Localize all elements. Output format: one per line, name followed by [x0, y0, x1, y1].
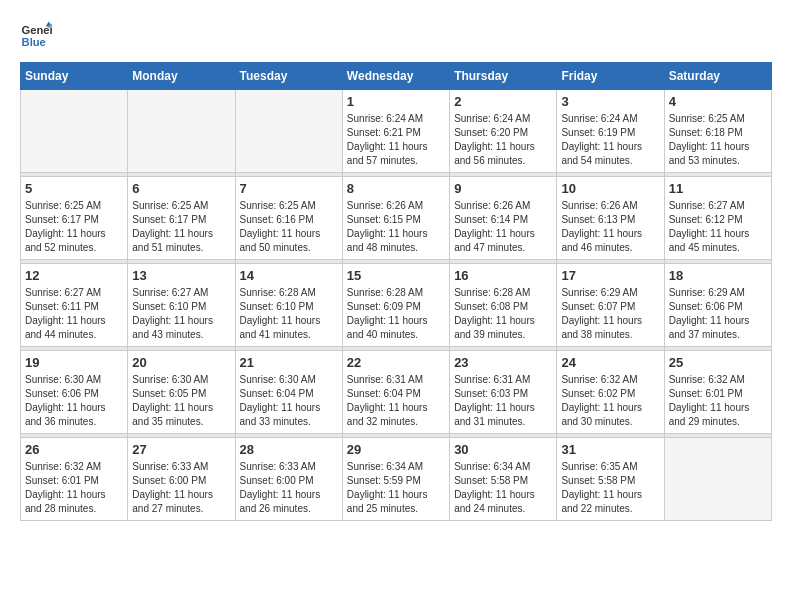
calendar-day-cell: 30Sunrise: 6:34 AMSunset: 5:58 PMDayligh…	[450, 438, 557, 521]
day-number: 8	[347, 181, 445, 196]
day-info: Sunrise: 6:28 AMSunset: 6:08 PMDaylight:…	[454, 286, 552, 342]
calendar-day-cell: 9Sunrise: 6:26 AMSunset: 6:14 PMDaylight…	[450, 177, 557, 260]
day-number: 15	[347, 268, 445, 283]
calendar-day-cell: 28Sunrise: 6:33 AMSunset: 6:00 PMDayligh…	[235, 438, 342, 521]
calendar-day-cell: 24Sunrise: 6:32 AMSunset: 6:02 PMDayligh…	[557, 351, 664, 434]
day-info: Sunrise: 6:32 AMSunset: 6:01 PMDaylight:…	[25, 460, 123, 516]
day-info: Sunrise: 6:30 AMSunset: 6:05 PMDaylight:…	[132, 373, 230, 429]
calendar-day-cell: 21Sunrise: 6:30 AMSunset: 6:04 PMDayligh…	[235, 351, 342, 434]
day-info: Sunrise: 6:34 AMSunset: 5:59 PMDaylight:…	[347, 460, 445, 516]
day-info: Sunrise: 6:28 AMSunset: 6:10 PMDaylight:…	[240, 286, 338, 342]
calendar: SundayMondayTuesdayWednesdayThursdayFrid…	[20, 62, 772, 521]
day-info: Sunrise: 6:26 AMSunset: 6:14 PMDaylight:…	[454, 199, 552, 255]
day-info: Sunrise: 6:30 AMSunset: 6:04 PMDaylight:…	[240, 373, 338, 429]
calendar-header-friday: Friday	[557, 63, 664, 90]
calendar-day-cell: 22Sunrise: 6:31 AMSunset: 6:04 PMDayligh…	[342, 351, 449, 434]
day-number: 5	[25, 181, 123, 196]
day-number: 30	[454, 442, 552, 457]
day-info: Sunrise: 6:24 AMSunset: 6:20 PMDaylight:…	[454, 112, 552, 168]
calendar-day-cell: 6Sunrise: 6:25 AMSunset: 6:17 PMDaylight…	[128, 177, 235, 260]
day-number: 25	[669, 355, 767, 370]
day-info: Sunrise: 6:24 AMSunset: 6:21 PMDaylight:…	[347, 112, 445, 168]
calendar-header-saturday: Saturday	[664, 63, 771, 90]
calendar-header-thursday: Thursday	[450, 63, 557, 90]
calendar-day-cell: 29Sunrise: 6:34 AMSunset: 5:59 PMDayligh…	[342, 438, 449, 521]
day-info: Sunrise: 6:25 AMSunset: 6:17 PMDaylight:…	[25, 199, 123, 255]
day-info: Sunrise: 6:26 AMSunset: 6:13 PMDaylight:…	[561, 199, 659, 255]
calendar-week-row: 26Sunrise: 6:32 AMSunset: 6:01 PMDayligh…	[21, 438, 772, 521]
calendar-header-tuesday: Tuesday	[235, 63, 342, 90]
day-info: Sunrise: 6:29 AMSunset: 6:06 PMDaylight:…	[669, 286, 767, 342]
calendar-day-cell: 26Sunrise: 6:32 AMSunset: 6:01 PMDayligh…	[21, 438, 128, 521]
calendar-day-cell: 7Sunrise: 6:25 AMSunset: 6:16 PMDaylight…	[235, 177, 342, 260]
day-info: Sunrise: 6:24 AMSunset: 6:19 PMDaylight:…	[561, 112, 659, 168]
calendar-day-cell	[128, 90, 235, 173]
calendar-day-cell: 8Sunrise: 6:26 AMSunset: 6:15 PMDaylight…	[342, 177, 449, 260]
day-number: 1	[347, 94, 445, 109]
day-number: 7	[240, 181, 338, 196]
calendar-day-cell: 13Sunrise: 6:27 AMSunset: 6:10 PMDayligh…	[128, 264, 235, 347]
day-info: Sunrise: 6:31 AMSunset: 6:03 PMDaylight:…	[454, 373, 552, 429]
day-info: Sunrise: 6:29 AMSunset: 6:07 PMDaylight:…	[561, 286, 659, 342]
day-number: 2	[454, 94, 552, 109]
logo: General Blue	[20, 20, 52, 52]
calendar-week-row: 19Sunrise: 6:30 AMSunset: 6:06 PMDayligh…	[21, 351, 772, 434]
logo-icon: General Blue	[20, 20, 52, 52]
day-number: 22	[347, 355, 445, 370]
day-info: Sunrise: 6:27 AMSunset: 6:12 PMDaylight:…	[669, 199, 767, 255]
day-number: 28	[240, 442, 338, 457]
day-number: 19	[25, 355, 123, 370]
calendar-header-row: SundayMondayTuesdayWednesdayThursdayFrid…	[21, 63, 772, 90]
calendar-day-cell: 15Sunrise: 6:28 AMSunset: 6:09 PMDayligh…	[342, 264, 449, 347]
calendar-day-cell	[664, 438, 771, 521]
day-number: 6	[132, 181, 230, 196]
calendar-day-cell: 20Sunrise: 6:30 AMSunset: 6:05 PMDayligh…	[128, 351, 235, 434]
calendar-day-cell: 1Sunrise: 6:24 AMSunset: 6:21 PMDaylight…	[342, 90, 449, 173]
day-info: Sunrise: 6:31 AMSunset: 6:04 PMDaylight:…	[347, 373, 445, 429]
day-info: Sunrise: 6:35 AMSunset: 5:58 PMDaylight:…	[561, 460, 659, 516]
calendar-day-cell: 11Sunrise: 6:27 AMSunset: 6:12 PMDayligh…	[664, 177, 771, 260]
day-number: 4	[669, 94, 767, 109]
day-info: Sunrise: 6:27 AMSunset: 6:11 PMDaylight:…	[25, 286, 123, 342]
calendar-day-cell: 3Sunrise: 6:24 AMSunset: 6:19 PMDaylight…	[557, 90, 664, 173]
calendar-day-cell: 17Sunrise: 6:29 AMSunset: 6:07 PMDayligh…	[557, 264, 664, 347]
day-info: Sunrise: 6:25 AMSunset: 6:18 PMDaylight:…	[669, 112, 767, 168]
calendar-day-cell: 5Sunrise: 6:25 AMSunset: 6:17 PMDaylight…	[21, 177, 128, 260]
calendar-day-cell: 18Sunrise: 6:29 AMSunset: 6:06 PMDayligh…	[664, 264, 771, 347]
calendar-day-cell: 4Sunrise: 6:25 AMSunset: 6:18 PMDaylight…	[664, 90, 771, 173]
calendar-day-cell: 16Sunrise: 6:28 AMSunset: 6:08 PMDayligh…	[450, 264, 557, 347]
calendar-day-cell	[235, 90, 342, 173]
day-info: Sunrise: 6:26 AMSunset: 6:15 PMDaylight:…	[347, 199, 445, 255]
calendar-day-cell: 19Sunrise: 6:30 AMSunset: 6:06 PMDayligh…	[21, 351, 128, 434]
day-info: Sunrise: 6:25 AMSunset: 6:17 PMDaylight:…	[132, 199, 230, 255]
calendar-day-cell: 31Sunrise: 6:35 AMSunset: 5:58 PMDayligh…	[557, 438, 664, 521]
calendar-week-row: 5Sunrise: 6:25 AMSunset: 6:17 PMDaylight…	[21, 177, 772, 260]
day-info: Sunrise: 6:28 AMSunset: 6:09 PMDaylight:…	[347, 286, 445, 342]
calendar-day-cell: 25Sunrise: 6:32 AMSunset: 6:01 PMDayligh…	[664, 351, 771, 434]
day-number: 31	[561, 442, 659, 457]
day-number: 17	[561, 268, 659, 283]
day-number: 16	[454, 268, 552, 283]
calendar-day-cell: 23Sunrise: 6:31 AMSunset: 6:03 PMDayligh…	[450, 351, 557, 434]
day-info: Sunrise: 6:32 AMSunset: 6:01 PMDaylight:…	[669, 373, 767, 429]
day-info: Sunrise: 6:34 AMSunset: 5:58 PMDaylight:…	[454, 460, 552, 516]
calendar-day-cell: 2Sunrise: 6:24 AMSunset: 6:20 PMDaylight…	[450, 90, 557, 173]
day-number: 11	[669, 181, 767, 196]
svg-text:Blue: Blue	[22, 36, 46, 48]
day-info: Sunrise: 6:32 AMSunset: 6:02 PMDaylight:…	[561, 373, 659, 429]
calendar-day-cell: 27Sunrise: 6:33 AMSunset: 6:00 PMDayligh…	[128, 438, 235, 521]
day-info: Sunrise: 6:25 AMSunset: 6:16 PMDaylight:…	[240, 199, 338, 255]
day-number: 14	[240, 268, 338, 283]
day-info: Sunrise: 6:33 AMSunset: 6:00 PMDaylight:…	[132, 460, 230, 516]
calendar-header-sunday: Sunday	[21, 63, 128, 90]
day-number: 10	[561, 181, 659, 196]
calendar-week-row: 1Sunrise: 6:24 AMSunset: 6:21 PMDaylight…	[21, 90, 772, 173]
day-number: 27	[132, 442, 230, 457]
day-number: 12	[25, 268, 123, 283]
day-info: Sunrise: 6:33 AMSunset: 6:00 PMDaylight:…	[240, 460, 338, 516]
day-number: 13	[132, 268, 230, 283]
day-number: 21	[240, 355, 338, 370]
day-number: 3	[561, 94, 659, 109]
calendar-day-cell: 10Sunrise: 6:26 AMSunset: 6:13 PMDayligh…	[557, 177, 664, 260]
calendar-week-row: 12Sunrise: 6:27 AMSunset: 6:11 PMDayligh…	[21, 264, 772, 347]
